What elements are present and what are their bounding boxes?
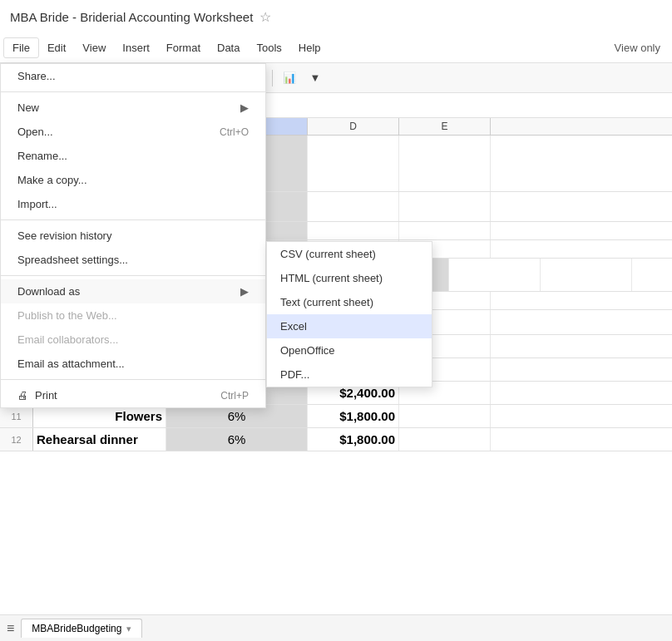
cell-c11[interactable]: 6%: [166, 405, 308, 427]
filter-button[interactable]: ▼: [304, 70, 325, 86]
cell-e12[interactable]: [399, 428, 491, 451]
dropdown-sep-4: [1, 379, 265, 380]
document-title: MBA Bride - Briderial Accounting Workshe…: [10, 10, 253, 24]
dropdown-print[interactable]: 🖨 Print Ctrl+P: [1, 383, 265, 407]
dropdown-open-label: Open...: [17, 126, 53, 138]
print-label-wrapper: 🖨 Print: [17, 389, 57, 402]
dropdown-import[interactable]: Import...: [1, 192, 265, 216]
menu-format[interactable]: Format: [158, 38, 209, 57]
dropdown-email-collab: Email collaborators...: [1, 328, 265, 352]
col-header-e[interactable]: E: [399, 118, 491, 135]
dropdown-download-arrow: ▶: [240, 285, 249, 298]
dropdown-print-shortcut: Ctrl+P: [220, 390, 249, 402]
printer-icon: 🖨: [17, 389, 28, 402]
download-text[interactable]: Text (current sheet): [267, 290, 432, 314]
dropdown-sep-3: [1, 275, 265, 276]
dropdown-download-label: Download as: [17, 285, 80, 298]
cell-d3[interactable]: [308, 222, 399, 239]
dropdown-sep-2: [1, 219, 265, 220]
dropdown-new-arrow: ▶: [240, 101, 249, 114]
download-excel[interactable]: Excel: [267, 314, 432, 338]
title-bar: MBA Bride - Briderial Accounting Workshe…: [0, 0, 672, 33]
cell-d5[interactable]: [449, 259, 541, 291]
menu-insert[interactable]: Insert: [114, 38, 158, 57]
download-openoffice[interactable]: OpenOffice: [267, 338, 432, 362]
star-icon[interactable]: ☆: [259, 9, 271, 25]
row-num-11: 11: [0, 405, 33, 427]
dropdown-copy[interactable]: Make a copy...: [1, 168, 265, 192]
dropdown-revision[interactable]: See revision history: [1, 224, 265, 248]
cell-b11[interactable]: Flowers: [33, 405, 166, 427]
dropdown-sep: [1, 91, 265, 92]
cell-b12[interactable]: Rehearsal dinner: [33, 428, 166, 451]
dropdown-new[interactable]: New ▶: [1, 96, 265, 120]
download-html[interactable]: HTML (current sheet): [267, 266, 432, 290]
download-submenu: CSV (current sheet) HTML (current sheet)…: [266, 241, 432, 387]
print-label: Print: [35, 389, 57, 402]
dropdown-new-label: New: [17, 101, 39, 114]
toolbar-sep-5: [272, 70, 273, 86]
row-num-12: 12: [0, 428, 33, 451]
menu-help[interactable]: Help: [290, 38, 329, 57]
cell-e1[interactable]: [399, 136, 491, 191]
sheet-name: MBABrideBudgeting: [32, 623, 121, 634]
menu-tools[interactable]: Tools: [248, 38, 289, 57]
cell-e11[interactable]: [399, 405, 491, 427]
dropdown-share[interactable]: Share...: [1, 64, 265, 88]
cell-d11[interactable]: $1,800.00: [308, 405, 399, 427]
cell-e5[interactable]: [541, 259, 632, 291]
menu-data[interactable]: Data: [209, 38, 248, 57]
menu-file[interactable]: File: [3, 37, 39, 58]
menu-view-only: View only: [606, 38, 669, 57]
download-pdf[interactable]: PDF...: [267, 362, 432, 387]
cell-e2[interactable]: [399, 192, 491, 221]
table-row: 12 Rehearsal dinner 6% $1,800.00: [0, 428, 672, 451]
chart-button[interactable]: 📊: [278, 70, 301, 86]
cell-d12[interactable]: $1,800.00: [308, 428, 399, 451]
dropdown-open-shortcut: Ctrl+O: [220, 126, 249, 138]
dropdown-settings[interactable]: Spreadsheet settings...: [1, 248, 265, 272]
file-dropdown: Share... New ▶ Open... Ctrl+O Rename... …: [0, 63, 266, 408]
dropdown-open[interactable]: Open... Ctrl+O: [1, 120, 265, 144]
dropdown-publish: Publish to the Web...: [1, 303, 265, 328]
cell-c12[interactable]: 6%: [166, 428, 308, 451]
table-row: 11 Flowers 6% $1,800.00: [0, 405, 672, 428]
cell-d1[interactable]: [308, 136, 399, 191]
col-header-d[interactable]: D: [308, 118, 399, 135]
cell-e3[interactable]: [399, 222, 491, 239]
dropdown-email-attach[interactable]: Email as attachment...: [1, 352, 265, 376]
tab-menu-icon[interactable]: ≡: [7, 621, 14, 636]
tab-dropdown-icon[interactable]: ▾: [126, 624, 131, 634]
dropdown-rename[interactable]: Rename...: [1, 144, 265, 168]
dropdown-download[interactable]: Download as ▶: [1, 279, 265, 303]
download-csv[interactable]: CSV (current sheet): [267, 242, 432, 266]
tab-bar: ≡ MBABrideBudgeting ▾: [0, 614, 672, 641]
menu-view[interactable]: View: [74, 38, 114, 57]
sheet-tab[interactable]: MBABrideBudgeting ▾: [21, 619, 142, 638]
menu-edit[interactable]: Edit: [39, 38, 74, 57]
menu-bar: File Edit View Insert Format Data Tools …: [0, 33, 672, 63]
cell-d2[interactable]: [308, 192, 399, 221]
